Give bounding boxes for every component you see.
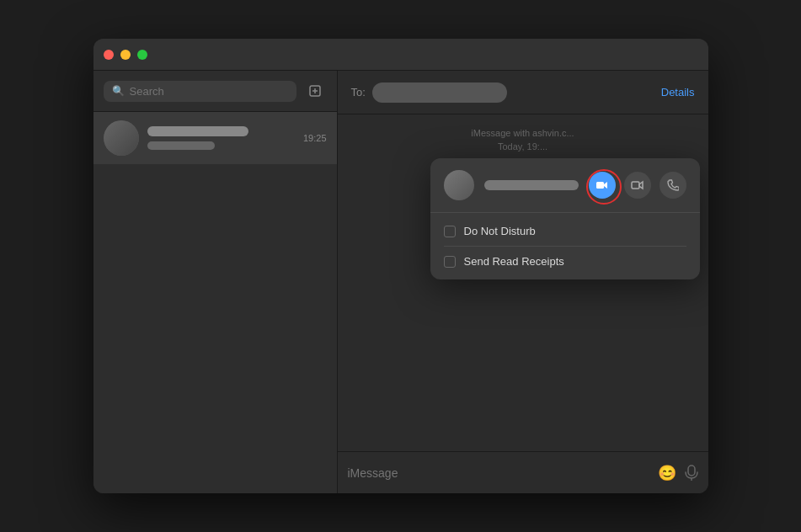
search-icon: 🔍 [112,85,125,97]
conversation-item[interactable]: 19:25 [93,112,337,164]
do-not-disturb-label: Do Not Disturb [464,225,536,237]
chat-header: To: Details [338,71,708,114]
facetime-button[interactable] [589,172,616,199]
compose-icon [308,84,322,98]
search-bar[interactable]: 🔍 [104,81,296,102]
avatar [104,120,139,156]
title-bar [93,39,708,71]
video-button[interactable] [624,172,651,199]
chat-to: To: [351,82,507,103]
phone-button[interactable] [659,172,686,199]
svg-rect-5 [596,182,604,189]
sidebar: 🔍 [93,71,338,493]
svg-rect-6 [632,182,639,189]
mic-icon [685,465,698,481]
avatar-image [104,120,139,156]
imessage-label: iMessage with ashvin.c... [471,128,574,138]
emoji-icon: 😊 [658,464,676,482]
conversation-preview [147,141,215,150]
recipient-pill [372,82,507,103]
details-button[interactable]: Details [661,86,695,98]
message-time: Today, 19:... [498,141,547,152]
svg-rect-3 [688,466,695,476]
compose-button[interactable] [303,79,327,103]
phone-icon [667,179,679,191]
emoji-button[interactable]: 😊 [658,464,676,482]
search-input[interactable] [130,85,288,98]
traffic-lights [104,50,147,60]
close-button[interactable] [104,50,114,60]
popup-options: Do Not Disturb Send Read Receipts [430,213,700,279]
video-icon [631,180,644,190]
popup-avatar [444,170,474,200]
mic-button[interactable] [685,465,698,481]
chat-area: To: Details iMessage with ashvin.c... To… [338,71,708,493]
conversation-list: 19:25 [93,112,337,493]
send-read-receipts-label: Send Read Receipts [464,255,564,268]
conversation-name [147,126,248,136]
do-not-disturb-checkbox[interactable] [444,226,456,237]
main-content: 🔍 [93,71,708,493]
maximize-button[interactable] [137,50,147,60]
sidebar-header: 🔍 [93,71,337,112]
messages-window: 🔍 [93,39,708,493]
send-read-receipts-checkbox[interactable] [444,256,456,268]
popup-actions [589,172,686,199]
popup-name [484,180,579,190]
do-not-disturb-option[interactable]: Do Not Disturb [430,216,700,246]
conversation-info [147,126,295,150]
conversation-time: 19:25 [303,133,327,143]
message-input[interactable] [348,466,649,480]
popup-header [430,158,700,213]
chat-input-bar: 😊 [338,451,708,493]
to-label: To: [351,86,366,98]
minimize-button[interactable] [120,50,131,60]
details-popup: Do Not Disturb Send Read Receipts [430,158,700,279]
send-read-receipts-option[interactable]: Send Read Receipts [430,247,700,276]
facetime-icon [595,180,609,190]
